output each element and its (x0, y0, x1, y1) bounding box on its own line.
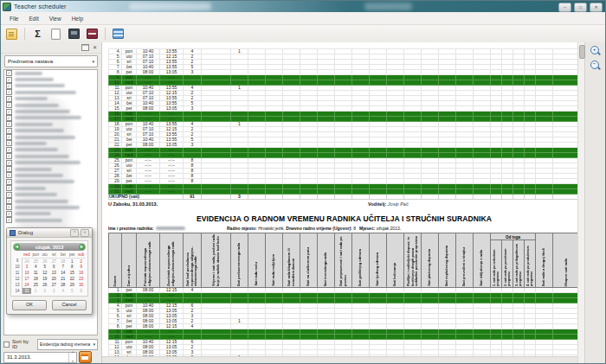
calendar-day[interactable]: 31 (23, 288, 32, 294)
calendar-day[interactable]: 10 (23, 270, 32, 276)
calendar-day[interactable]: 27 (49, 282, 59, 288)
next-month-icon[interactable]: ► (79, 244, 85, 250)
blank-report-button[interactable] (48, 27, 63, 41)
menu-help[interactable]: Help (67, 16, 88, 22)
calendar-day[interactable]: 6 (49, 265, 59, 271)
calendar-day[interactable]: 27 (49, 258, 59, 264)
calendar-day[interactable]: 16 (77, 270, 87, 276)
cancel-button[interactable]: Cancel (52, 300, 87, 310)
calendar-day[interactable]: 25 (31, 258, 41, 264)
subject-mode-dropdown[interactable]: Predmetna nastava ▾ (4, 55, 98, 67)
teacher-checkbox-item[interactable]: ✓ (4, 83, 97, 89)
checkbox-checked-icon[interactable]: ✓ (6, 153, 12, 159)
zoom-in-icon[interactable]: + (590, 46, 601, 56)
checkbox-checked-icon[interactable]: ✓ (6, 115, 12, 121)
view-dropdown[interactable]: Evidencija radnog vremena ▾ (37, 339, 98, 350)
checkbox-checked-icon[interactable]: ✓ (6, 83, 12, 89)
close-button[interactable]: ✕ (590, 3, 603, 12)
calendar-day[interactable]: 5 (41, 265, 50, 271)
menu-view[interactable]: View (44, 16, 67, 22)
dialog-help-button[interactable]: ? (70, 229, 79, 237)
calendar-day[interactable]: 14 (59, 270, 68, 276)
teacher-checkbox-item[interactable]: ✓ (4, 102, 97, 108)
panel-float-icon[interactable] (81, 44, 89, 51)
vertical-scrollbar[interactable] (577, 42, 584, 363)
teacher-checkbox-item[interactable]: ✓ (4, 140, 97, 146)
calendar-day[interactable]: 1 (31, 288, 41, 294)
sort-by-id-checkbox[interactable] (3, 342, 10, 348)
checkbox-checked-icon[interactable]: ✓ (6, 96, 12, 102)
checkbox-checked-icon[interactable]: ✓ (6, 102, 12, 108)
calendar-day[interactable]: 24 (23, 258, 32, 264)
teacher-checkbox-item[interactable]: ✓ (4, 70, 97, 76)
calendar-button[interactable] (79, 351, 92, 363)
checkbox-checked-icon[interactable]: ✓ (6, 121, 12, 127)
calendar-day[interactable]: 22 (68, 276, 77, 282)
teacher-checkbox-item[interactable]: ✓ (4, 211, 97, 217)
teacher-checkbox-item[interactable]: ✓ (4, 115, 97, 121)
calendar-day[interactable]: 1 (68, 258, 77, 264)
checkbox-checked-icon[interactable]: ✓ (6, 211, 12, 217)
scrollbar-thumb[interactable] (579, 45, 585, 59)
minimize-button[interactable]: – (558, 3, 571, 12)
calendar-day[interactable]: 7 (59, 265, 68, 271)
teacher-checkbox-item[interactable]: ✓ (4, 179, 97, 185)
checkbox-checked-icon[interactable]: ✓ (6, 89, 12, 95)
ok-button[interactable]: OK (12, 300, 47, 310)
checkbox-checked-icon[interactable]: ✓ (6, 70, 12, 76)
red-book-button[interactable] (85, 27, 100, 41)
calendar-day[interactable]: 17 (23, 276, 32, 282)
teacher-checkbox-item[interactable]: ✓ (4, 108, 97, 114)
maximize-button[interactable]: □ (574, 3, 587, 12)
export-layers-button[interactable] (111, 27, 126, 41)
date-input[interactable]: 31.3.2013. ▲▼ (3, 352, 77, 363)
teacher-checkbox-item[interactable]: ✓ (4, 89, 97, 95)
calendar-day[interactable]: 4 (31, 265, 41, 271)
checkbox-checked-icon[interactable]: ✓ (6, 172, 12, 178)
teacher-checkbox-item[interactable]: ✓ (4, 159, 97, 165)
calendar-day[interactable]: 28 (59, 258, 68, 264)
checkbox-checked-icon[interactable]: ✓ (6, 179, 12, 185)
date-spinner[interactable]: ▲▼ (68, 353, 76, 362)
teacher-checkbox-item[interactable]: ✓ (4, 153, 97, 159)
calendar-day[interactable]: 6 (77, 288, 87, 294)
calendar-day[interactable]: 26 (41, 282, 50, 288)
teacher-checkbox-item[interactable]: ✓ (4, 198, 97, 204)
calendar-day[interactable]: 19 (41, 276, 50, 282)
teacher-checkbox-item[interactable]: ✓ (4, 217, 97, 223)
checkbox-checked-icon[interactable]: ✓ (6, 134, 12, 140)
prev-month-icon[interactable]: ◄ (14, 244, 20, 250)
teacher-checkbox-item[interactable]: ✓ (4, 172, 97, 178)
teacher-checkbox-item[interactable]: ✓ (4, 204, 97, 210)
teacher-checkbox-item[interactable]: ✓ (4, 121, 97, 127)
calendar-day[interactable]: 24 (23, 282, 32, 288)
calendar-day[interactable]: 11 (31, 270, 41, 276)
calendar-day[interactable]: 8 (68, 265, 77, 271)
checkbox-checked-icon[interactable]: ✓ (6, 160, 12, 166)
menu-file[interactable]: File (4, 16, 23, 22)
checkbox-checked-icon[interactable]: ✓ (6, 128, 12, 134)
teacher-checkbox-item[interactable]: ✓ (4, 76, 97, 82)
dialog-close-button[interactable]: ✕ (81, 229, 89, 237)
checkbox-checked-icon[interactable]: ✓ (6, 77, 12, 83)
calendar-day[interactable]: 5 (68, 288, 77, 294)
calendar-day[interactable]: 2 (77, 258, 87, 264)
calendar-day[interactable]: 9 (77, 265, 87, 271)
teacher-checkbox-item[interactable]: ✓ (4, 128, 97, 134)
teacher-checkbox-item[interactable]: ✓ (4, 191, 97, 197)
calendar-day[interactable]: 15 (68, 270, 77, 276)
checkbox-checked-icon[interactable]: ✓ (6, 198, 12, 204)
calendar-day[interactable]: 3 (23, 265, 32, 271)
checkbox-checked-icon[interactable]: ✓ (6, 192, 12, 198)
calendar-day[interactable]: 2 (41, 288, 50, 294)
teacher-checkbox-item[interactable]: ✓ (4, 96, 97, 102)
calendar-day[interactable]: 21 (59, 276, 68, 282)
calendar-day[interactable]: 4 (59, 288, 68, 294)
document-area[interactable]: 4.pon10:4013:55415.uto07:1012:1526.sri07… (102, 42, 577, 363)
dialog-title-bar[interactable]: Dialog ? ✕ (7, 228, 92, 238)
teacher-checkbox-item[interactable]: ✓ (4, 147, 97, 153)
menu-edit[interactable]: Edit (23, 16, 43, 22)
checkbox-checked-icon[interactable]: ✓ (6, 147, 12, 153)
teacher-checkbox-item[interactable]: ✓ (4, 134, 97, 140)
teacher-checkbox-item[interactable]: ✓ (4, 166, 97, 172)
